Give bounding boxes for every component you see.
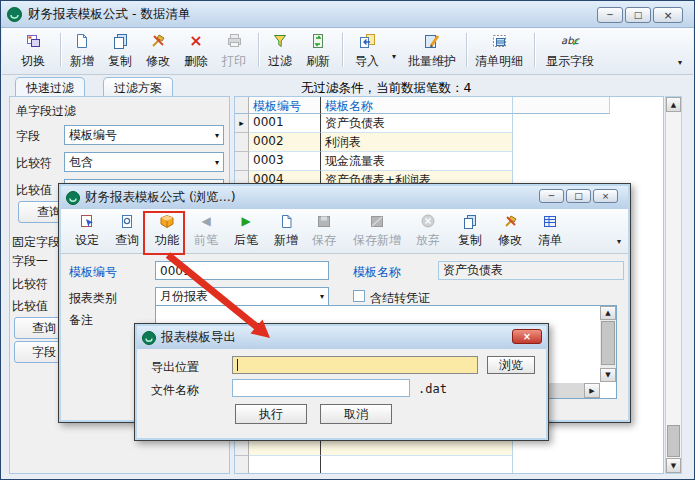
maximize-icon: □ [634, 10, 643, 20]
query-icon [119, 213, 135, 229]
field-select[interactable]: 模板编号 ▾ [64, 125, 224, 145]
toolbar-label: 打印 [222, 55, 246, 68]
toolbar-overflow-icon[interactable]: ▾ [678, 58, 682, 67]
tab-filter-scheme[interactable]: 过滤方案 [103, 77, 173, 96]
column-header-name[interactable]: 模板名称 [321, 97, 513, 114]
switch-icon [25, 32, 42, 49]
browse-button-set[interactable]: 设定 [69, 211, 105, 251]
table-row[interactable]: 0002利润表 [235, 133, 513, 152]
table-vscrollbar[interactable]: ▲ ▼ [665, 96, 682, 474]
empty-header-cell [513, 97, 610, 114]
close-button[interactable]: × [512, 329, 542, 344]
compare-value2-label: 比较值 [12, 298, 48, 315]
report-type-value: 月份报表 [160, 288, 208, 305]
export-dialog-title: 报表模板导出 [161, 329, 236, 346]
carryover-checkbox[interactable] [353, 290, 365, 302]
close-icon: × [663, 9, 672, 22]
minimize-icon: ─ [607, 10, 612, 20]
scroll-up-icon[interactable]: ▲ [600, 306, 616, 320]
filename-input[interactable] [232, 379, 410, 397]
import-dropdown-icon[interactable]: ▾ [392, 52, 396, 61]
tab-quick-filter[interactable]: 快速过滤 [15, 77, 85, 96]
toolbar-button-delete[interactable]: × 删除 [178, 30, 214, 70]
toolbar-button-print: 打印 [216, 30, 252, 70]
toolbar-button-display-fields[interactable]: abc ✓ 显示字段 [540, 30, 600, 70]
table-row [235, 456, 513, 474]
browse-toolbar-label: 清单 [538, 232, 562, 249]
toolbar-button-batch-maintain[interactable]: 批量维护 [404, 30, 460, 70]
execute-button-label: 执行 [259, 406, 283, 423]
browse-toolbar-label: 查询 [115, 232, 139, 249]
execute-button[interactable]: 执行 [235, 404, 307, 424]
browse-toolbar-label: 放弃 [416, 232, 440, 249]
scroll-right-icon[interactable]: ▶ [584, 383, 600, 398]
table-row[interactable]: ▸0001资产负债表 [235, 114, 513, 133]
cell-template-name: 现金流量表 [321, 152, 513, 171]
template-code-input[interactable]: 0001 [155, 261, 329, 280]
browse-button-new[interactable]: 新增 [269, 211, 303, 251]
app-icon [7, 7, 22, 22]
maximize-button[interactable]: □ [625, 7, 651, 23]
toolbar-separator [466, 33, 468, 67]
list-grid-icon [542, 213, 558, 229]
toolbar-label: 过滤 [268, 55, 292, 68]
report-type-select[interactable]: 月份报表 ▾ [155, 287, 329, 306]
browse-toolbar-label: 后笔 [234, 232, 258, 249]
browse-button-save: 保存 [307, 211, 341, 251]
table-row[interactable]: 0003现金流量表 [235, 152, 513, 171]
toolbar-button-import[interactable]: 导入 [348, 30, 386, 70]
browse-button-copy[interactable]: 复制 [453, 211, 487, 251]
toolbar-label: 显示字段 [546, 55, 594, 68]
browse-button-label: 浏览 [499, 357, 523, 374]
field-label: 字段 [16, 128, 40, 145]
text-cursor [237, 359, 238, 371]
maximize-button[interactable]: □ [566, 189, 591, 203]
browse-button[interactable]: 浏览 [487, 356, 535, 374]
scroll-up-icon[interactable]: ▲ [666, 97, 681, 112]
toolbar-button-refresh[interactable]: 刷新 [300, 30, 336, 70]
browse-toolbar-label: 前笔 [194, 232, 218, 249]
app-icon [66, 191, 80, 205]
cancel-button-label: 取消 [344, 406, 368, 423]
close-icon: × [602, 191, 610, 201]
minimize-button[interactable]: ─ [539, 189, 564, 203]
toolbar-button-switch[interactable]: 切换 [10, 30, 56, 70]
close-button[interactable]: × [653, 7, 683, 23]
print-icon [226, 32, 243, 49]
toolbar-separator [342, 33, 344, 67]
right-arrow: ▶ [589, 387, 594, 395]
toolbar-button-modify[interactable]: 修改 [140, 30, 176, 70]
export-location-input[interactable] [232, 356, 478, 374]
close-button[interactable]: × [593, 189, 618, 203]
browse-button-next[interactable]: ▶ 后笔 [229, 211, 263, 251]
note-vscrollbar[interactable]: ▲ ▼ [600, 306, 616, 382]
browse-button-modify[interactable]: 修改 [493, 211, 527, 251]
previous-arrow-icon: ◀ [201, 213, 210, 229]
toolbar-button-new[interactable]: 新增 [64, 30, 100, 70]
browse-toolbar-overflow-icon[interactable]: ▾ [617, 237, 621, 246]
toolbar-button-filter[interactable]: 过滤 [262, 30, 298, 70]
chevron-down-icon: ▾ [215, 158, 219, 167]
filename-label: 文件名称 [151, 382, 199, 399]
browse-button-query[interactable]: 查询 [109, 211, 145, 251]
toolbar-button-list-detail[interactable]: 清单明细 [470, 30, 528, 70]
minimize-button[interactable]: ─ [597, 7, 623, 23]
scroll-down-icon[interactable]: ▼ [666, 458, 681, 473]
table-header: 模板编号 模板名称 [235, 97, 610, 114]
report-type-label: 报表类别 [69, 290, 117, 307]
toolbar-separator [258, 33, 260, 67]
query2-button-label: 查询 [32, 320, 56, 337]
toolbar-label: 刷新 [306, 55, 330, 68]
copy-icon [462, 213, 478, 229]
scroll-down-icon[interactable]: ▼ [600, 368, 616, 382]
scroll-thumb[interactable] [667, 425, 680, 457]
cancel-button[interactable]: 取消 [320, 404, 392, 424]
up-arrow: ▲ [605, 309, 610, 317]
toolbar-label: 修改 [146, 55, 170, 68]
browse-button-list[interactable]: 清单 [533, 211, 567, 251]
comparator-select[interactable]: 包含 ▾ [64, 152, 224, 172]
column-header-code[interactable]: 模板编号 [249, 97, 321, 114]
cell-template-name [321, 456, 513, 474]
toolbar-button-copy[interactable]: 复制 [102, 30, 138, 70]
filter-funnel-icon [272, 32, 288, 49]
